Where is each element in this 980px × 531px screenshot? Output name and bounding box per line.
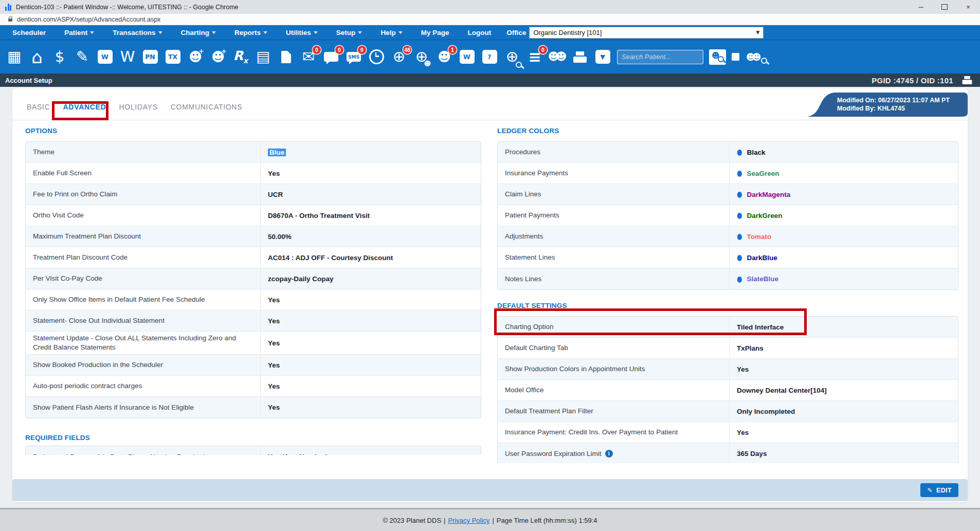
add-patient-icon[interactable]: ☻+ [185, 44, 206, 70]
menu-reports[interactable]: Reports [234, 29, 267, 36]
tab-basic[interactable]: BASIC [27, 103, 50, 112]
chat-icon[interactable]: 0 [321, 44, 341, 70]
content-area: Modified On: 06/27/2023 11:07 AM PT Modi… [0, 87, 980, 508]
home-icon[interactable]: ⌂ [27, 44, 47, 70]
options-row: Show Patient Flash Alerts if Insurance i… [26, 397, 481, 418]
edit-button[interactable]: ✎ EDIT [920, 483, 958, 497]
tab-holidays[interactable]: HOLIDAYS [119, 103, 157, 112]
color-name-text: DarkMagenta [747, 191, 790, 198]
menu-item-label: My Page [421, 29, 449, 36]
help-desk-icon[interactable]: ? [479, 44, 500, 70]
menu-charting[interactable]: Charting [181, 29, 216, 36]
task-list-icon[interactable]: ≡0 [524, 44, 545, 70]
tooth-case-icon[interactable]: W [95, 44, 115, 70]
patient-search-input[interactable] [617, 50, 703, 64]
documents-icon[interactable]: ▤ [253, 44, 274, 70]
printer-icon[interactable] [570, 44, 590, 70]
options-row: Per Visit Co-Pay Codezcopay-Daily Copay [26, 268, 481, 289]
options-row: Show Booked Production in the SchedulerY… [26, 355, 481, 376]
ledger-colors-row: Insurance Payments●SeaGreen [498, 163, 958, 184]
tab-communications[interactable]: COMMUNICATIONS [171, 103, 242, 112]
ledger-colors-row: Patient Payments●DarkGreen [498, 205, 958, 226]
row-label: Claim Lines [498, 184, 729, 205]
treatment-plans-icon[interactable]: TX [162, 44, 183, 70]
row-label: Auto-post periodic contract charges [26, 376, 260, 396]
mail-icon[interactable]: ✉0 [298, 44, 319, 70]
value-text: Yes (Any Number) [268, 453, 328, 455]
row-label-text: Default Charting Tab [505, 343, 568, 353]
print-page-button[interactable] [963, 76, 972, 84]
patient-alert-icon[interactable]: ☻1 [434, 44, 455, 70]
print-page-icon[interactable] [276, 44, 296, 70]
row-value: Yes [260, 310, 481, 331]
online-patient-icon[interactable]: ⊕☻ [411, 44, 432, 70]
charting-pencil-icon[interactable]: ✎ [72, 44, 93, 70]
menu-item-label: Help [380, 29, 395, 36]
perio-tooth-icon[interactable]: W [117, 44, 138, 70]
row-value: AC014 : ADJ OFF - Courtesy Discount [260, 247, 481, 268]
menu-utilities[interactable]: Utilities [286, 29, 318, 36]
patient-group-search-icon[interactable]: ☻☻ [745, 48, 768, 66]
row-value: Yes [729, 422, 958, 443]
minimize-button[interactable]: ─ [909, 0, 933, 14]
options-row: Treatment Plan Discount CodeAC014 : ADJ … [26, 247, 481, 268]
options-row: Statement- Close Out Individual Statemen… [26, 310, 481, 332]
close-button[interactable]: × [956, 0, 980, 14]
menu-transactions[interactable]: Transactions [113, 29, 162, 36]
value-text: Yes [268, 317, 280, 325]
page-header-bar: Account Setup PGID :4745 / OID :101 [0, 74, 980, 87]
tab-advanced[interactable]: ADVANCED [63, 103, 106, 112]
row-label-text: Fee to Print on Ortho Claim [33, 190, 117, 199]
menu-my-page[interactable]: My Page [421, 29, 449, 36]
notification-badge: 0 [313, 46, 321, 54]
section-title-options: OPTIONS [25, 127, 481, 135]
scheduler-calendar-icon[interactable]: ▦ [4, 44, 25, 70]
ledger-colors-row: Notes Lines●SlateBlue [498, 268, 958, 289]
options-row: Fee to Print on Ortho ClaimUCR [26, 184, 481, 205]
watch-list-icon[interactable]: W [457, 44, 477, 70]
sms-icon[interactable]: SMS0 [343, 44, 364, 70]
default-settings-table: Charting OptionTiled InterfaceDefault Ch… [497, 316, 958, 463]
row-label-text: Treatment Plan Discount Code [33, 253, 128, 262]
notification-badge: 0 [539, 46, 547, 54]
staff-group-icon[interactable]: ☻☻ [547, 44, 568, 70]
row-label: Enable Full Screen [26, 163, 260, 184]
color-name-text: Tomato [747, 233, 771, 241]
progress-notes-icon[interactable]: PN [140, 44, 160, 70]
modified-ribbon: Modified On: 06/27/2023 11:07 AM PT Modi… [794, 93, 968, 117]
menu-scheduler[interactable]: Scheduler [12, 29, 46, 36]
menu-patient[interactable]: Patient [64, 29, 94, 36]
chevron-down-icon [358, 31, 362, 34]
value-text: Yes [268, 404, 280, 411]
payments-dollar-icon[interactable]: $ [49, 44, 70, 70]
privacy-policy-link[interactable]: Privacy Policy [448, 517, 489, 524]
time-clock-icon[interactable] [366, 44, 387, 70]
menu-help[interactable]: Help [380, 29, 402, 36]
value-text: Tiled Interface [737, 323, 784, 331]
row-value: Yes [729, 359, 958, 379]
row-label-text: Ortho Visit Code [33, 211, 84, 220]
prescriptions-rx-icon[interactable]: Rx [230, 44, 251, 70]
maximize-button[interactable] [933, 0, 956, 14]
toolbar-checkbox[interactable] [732, 53, 739, 61]
office-select[interactable]: Organic Dentistry [101] ▼ [529, 27, 764, 39]
row-label-text: Theme [33, 148, 55, 157]
menu-item-label: Utilities [286, 29, 311, 36]
options-row: Statement Update - Close Out ALL Stateme… [26, 332, 481, 355]
web-search-icon[interactable]: ⊕ [502, 44, 522, 70]
value-text: zcopay-Daily Copay [268, 275, 334, 283]
page-title: Account Setup [5, 77, 52, 84]
row-label-text: Model Office [505, 386, 544, 395]
add-referral-icon[interactable]: ☻+ [208, 44, 228, 70]
address-bar[interactable]: denticon.com/ASPX/setup/AdvancedAccount.… [0, 14, 980, 25]
info-icon[interactable]: i [605, 450, 613, 457]
toolbar-collapse-icon[interactable]: ▼ [592, 44, 613, 70]
web-globe-icon[interactable]: ⊕48 [389, 44, 409, 70]
menu-logout[interactable]: Logout [467, 29, 491, 36]
patient-search-button[interactable]: ☻ [709, 49, 726, 65]
row-label: Insurance Payments [498, 163, 729, 184]
row-label: Patient and Responsible Party Phone Numb… [26, 446, 260, 455]
row-value: Only Incompleted [729, 401, 958, 422]
menu-item-label: Setup [336, 29, 356, 36]
menu-setup[interactable]: Setup [336, 29, 362, 36]
